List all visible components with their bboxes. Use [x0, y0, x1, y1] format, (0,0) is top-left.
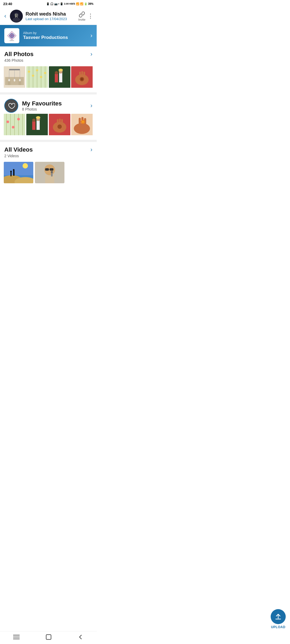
album-banner[interactable]: tasveet Album by Tasveer Productions › — [0, 25, 97, 46]
divider-2 — [0, 140, 97, 142]
top-nav: ‹ R Rohit weds Nisha Last upload on 17/0… — [0, 8, 97, 25]
svg-point-75 — [23, 163, 28, 169]
favourites-title: My Favourites — [22, 100, 87, 107]
link-icon — [79, 11, 85, 18]
svg-point-44 — [81, 78, 83, 80]
all-photos-section: All Photos › 436 Photos — [0, 46, 97, 66]
fav-photo-3[interactable] — [49, 114, 71, 136]
all-videos-chevron[interactable]: › — [90, 146, 92, 153]
all-photos-title: All Photos — [4, 51, 34, 58]
svg-rect-20 — [19, 81, 21, 85]
svg-point-29 — [36, 69, 38, 71]
more-button[interactable]: ⋮ — [88, 13, 93, 20]
svg-rect-84 — [45, 168, 49, 171]
svg-point-79 — [10, 171, 12, 172]
all-videos-section: All Videos › 2 Videos — [0, 142, 97, 162]
svg-point-28 — [32, 75, 34, 77]
svg-rect-36 — [55, 74, 58, 82]
speed-label: 2.00 KB/S — [64, 2, 75, 5]
album-text-block: Album by Tasveer Productions — [23, 31, 87, 40]
fav-photo-2[interactable] — [26, 114, 48, 136]
svg-point-51 — [6, 120, 9, 123]
svg-rect-33 — [59, 73, 62, 82]
favourites-header: My Favourites 8 Photos › — [0, 94, 97, 114]
tasveer-logo: tasveet — [6, 30, 18, 42]
svg-point-65 — [57, 125, 62, 129]
svg-rect-19 — [8, 81, 10, 85]
back-button[interactable]: ‹ — [3, 12, 7, 21]
nav-title-block: Rohit weds Nisha Last upload on 17/04/20… — [26, 11, 75, 21]
status-icons: 📱 🎧 📷 • 📳 2.00 KB/S 📶 📶 🔋 39% — [46, 2, 93, 5]
fav-title-block: My Favourites 8 Photos — [22, 100, 87, 111]
divider-1 — [0, 92, 97, 94]
svg-point-57 — [36, 116, 40, 119]
svg-point-27 — [28, 71, 30, 73]
svg-point-30 — [40, 76, 42, 78]
svg-rect-74 — [4, 162, 33, 175]
all-photos-header: All Photos › — [4, 51, 92, 58]
instagram-icon: 📷 — [54, 2, 57, 5]
svg-point-52 — [12, 126, 15, 129]
profile-avatar: R — [10, 10, 23, 23]
headset-icon: 🎧 — [50, 2, 53, 5]
svg-point-89 — [51, 171, 53, 173]
battery-percent: 39% — [88, 2, 93, 5]
bottom-spacer — [0, 188, 97, 209]
photo-thumb-3[interactable] — [49, 66, 71, 88]
svg-point-31 — [44, 72, 46, 74]
svg-point-81 — [13, 169, 15, 171]
invite-label: Invite — [78, 18, 85, 21]
svg-rect-12 — [9, 69, 20, 70]
all-videos-header: All Videos › — [4, 146, 92, 153]
fav-photo-4[interactable] — [71, 114, 93, 136]
album-chevron-icon[interactable]: › — [90, 32, 92, 39]
videos-grid — [0, 162, 97, 188]
all-videos-title: All Videos — [4, 146, 33, 153]
favourites-grid — [0, 114, 97, 140]
svg-rect-80 — [13, 170, 15, 176]
whatsapp-icon: 📱 — [46, 2, 49, 5]
svg-rect-88 — [51, 173, 53, 177]
all-photos-chevron[interactable]: › — [90, 51, 92, 58]
album-by-label: Album by — [23, 31, 87, 35]
invite-button[interactable]: Invite — [78, 11, 85, 21]
svg-point-53 — [17, 118, 20, 120]
favourites-count: 8 Photos — [22, 107, 87, 111]
album-name-label: Tasveer Productions — [23, 35, 87, 40]
photo-thumb-4[interactable] — [71, 66, 93, 88]
photo-thumb-2[interactable] — [26, 66, 48, 88]
svg-rect-68 — [79, 118, 81, 129]
album-title: Rohit weds Nisha — [26, 11, 75, 17]
svg-point-72 — [82, 121, 84, 123]
favourites-icon-circle — [4, 99, 18, 113]
svg-point-37 — [55, 71, 58, 74]
nav-actions: Invite ⋮ — [78, 11, 93, 21]
heart-icon — [8, 102, 15, 109]
all-photos-count: 436 Photos — [4, 58, 92, 63]
status-bar: 23:40 📱 🎧 📷 • 📳 2.00 KB/S 📶 📶 🔋 39% — [0, 0, 97, 8]
favourites-chevron[interactable]: › — [90, 102, 92, 109]
all-photos-grid — [0, 66, 97, 92]
fav-photo-1[interactable] — [4, 114, 26, 136]
svg-point-59 — [32, 119, 35, 122]
battery-icon: 🔋 — [84, 2, 87, 5]
last-upload: Last upload on 17/04/2023 — [26, 17, 75, 21]
svg-rect-55 — [37, 120, 40, 130]
svg-text:tasveet: tasveet — [10, 40, 14, 41]
vibrate-icon: 📳 — [60, 2, 63, 5]
svg-rect-87 — [45, 175, 54, 183]
dot-icon: • — [58, 2, 59, 5]
svg-rect-58 — [32, 121, 35, 130]
status-time: 23:40 — [3, 2, 12, 6]
photo-thumb-1[interactable] — [4, 66, 26, 88]
signal-icon: 📶 — [80, 2, 83, 5]
video-thumb-1[interactable] — [4, 162, 33, 183]
album-logo: tasveet — [4, 28, 19, 43]
wifi-icon: 📶 — [76, 2, 79, 5]
video-thumb-2[interactable] — [35, 162, 64, 183]
svg-rect-78 — [10, 172, 12, 176]
svg-point-8 — [10, 34, 13, 37]
svg-rect-85 — [50, 168, 53, 171]
svg-point-35 — [59, 69, 63, 71]
all-videos-count: 2 Videos — [4, 154, 92, 158]
